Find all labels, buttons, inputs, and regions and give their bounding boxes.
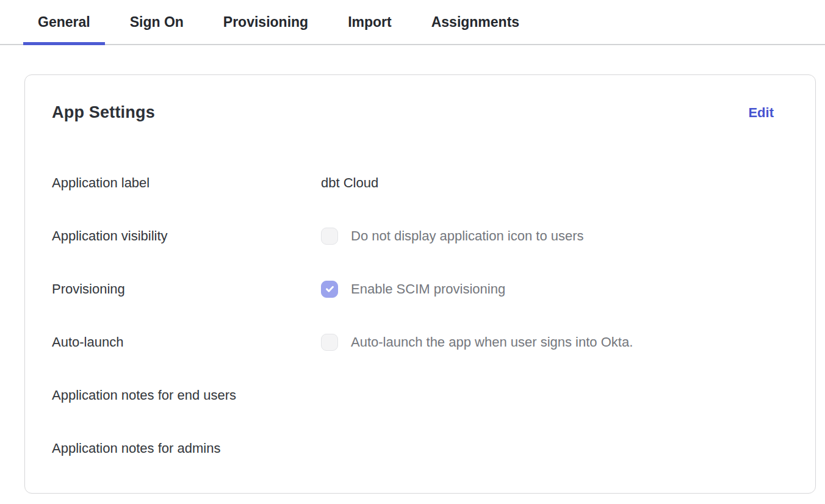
application-visibility-checkbox[interactable] [321, 228, 338, 245]
tab-general[interactable]: General [23, 0, 105, 44]
row-notes-admins: Application notes for admins [52, 422, 788, 475]
card-header: App Settings Edit [25, 75, 815, 122]
tab-sign-on[interactable]: Sign On [115, 0, 198, 44]
application-label-value: dbt Cloud [321, 175, 378, 191]
tab-assignments-label: Assignments [431, 14, 519, 31]
row-provisioning: Provisioning Enable SCIM provisioning [52, 262, 788, 315]
application-visibility-value: Do not display application icon to users [321, 228, 584, 245]
notes-admins-label: Application notes for admins [52, 441, 321, 456]
application-visibility-checkbox-label: Do not display application icon to users [351, 228, 584, 244]
tab-sign-on-label: Sign On [130, 14, 184, 31]
provisioning-label: Provisioning [52, 281, 321, 297]
settings-rows: Application label dbt Cloud Application … [25, 156, 815, 475]
tab-import-label: Import [348, 14, 392, 31]
notes-end-users-label: Application notes for end users [52, 387, 321, 403]
card-title: App Settings [52, 103, 155, 122]
tab-assignments[interactable]: Assignments [417, 0, 534, 44]
tab-import[interactable]: Import [333, 0, 406, 44]
auto-launch-checkbox-label: Auto-launch the app when user signs into… [351, 334, 633, 350]
tab-general-label: General [38, 14, 90, 31]
provisioning-value: Enable SCIM provisioning [321, 281, 505, 298]
enable-scim-checkbox[interactable] [321, 281, 338, 298]
auto-launch-checkbox[interactable] [321, 334, 338, 351]
tab-provisioning-label: Provisioning [223, 14, 308, 31]
tab-provisioning[interactable]: Provisioning [209, 0, 323, 44]
application-label-label: Application label [52, 175, 321, 191]
row-notes-end-users: Application notes for end users [52, 369, 788, 422]
row-auto-launch: Auto-launch Auto-launch the app when use… [52, 315, 788, 369]
enable-scim-checkbox-label: Enable SCIM provisioning [351, 281, 505, 297]
auto-launch-value: Auto-launch the app when user signs into… [321, 334, 633, 351]
edit-link[interactable]: Edit [748, 105, 774, 121]
app-tabbar: General Sign On Provisioning Import Assi… [0, 0, 825, 45]
auto-launch-label: Auto-launch [52, 334, 321, 350]
row-application-visibility: Application visibility Do not display ap… [52, 209, 788, 262]
app-settings-card: App Settings Edit Application label dbt … [24, 74, 816, 494]
application-visibility-label: Application visibility [52, 228, 321, 244]
row-application-label: Application label dbt Cloud [52, 156, 788, 209]
checkmark-icon [325, 284, 335, 294]
